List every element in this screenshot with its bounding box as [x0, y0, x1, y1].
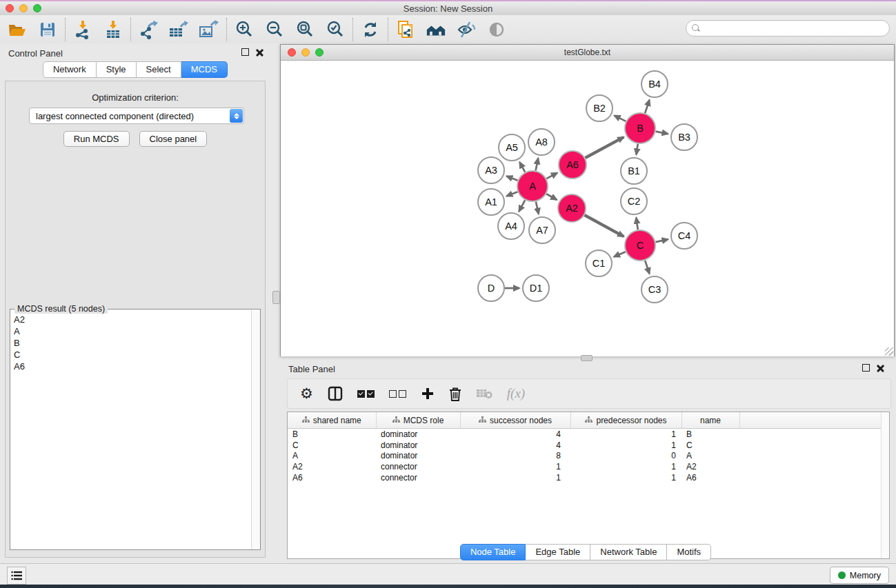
node-A4[interactable]: A4	[498, 213, 524, 239]
node-D1[interactable]: D1	[523, 275, 549, 301]
refresh-button[interactable]	[360, 19, 381, 40]
edge-B-B4[interactable]	[645, 100, 649, 113]
network-canvas[interactable]: B4B2BB3A8A5A6A3B1AA1C2A2A4A7C4CC1DD1C3	[281, 61, 894, 356]
edge-B-B1[interactable]	[636, 144, 637, 154]
import-network-button[interactable]	[72, 19, 93, 40]
edge-C-C2[interactable]	[636, 218, 637, 230]
mcds-result-item[interactable]: A6	[11, 361, 251, 372]
vertical-splitter-handle[interactable]	[272, 291, 280, 304]
delete-column-button[interactable]	[449, 383, 461, 404]
mcds-result-item[interactable]: A	[11, 325, 251, 337]
mcds-result-item[interactable]: A2	[11, 314, 251, 325]
run-mcds-button[interactable]: Run MCDS	[63, 131, 130, 147]
window-resize-grip[interactable]	[885, 347, 893, 356]
table-row[interactable]: Bdominator41B	[288, 429, 886, 440]
table-row[interactable]: Cdominator41C	[288, 440, 886, 451]
tab-edge-table[interactable]: Edge Table	[526, 544, 590, 560]
import-table-button[interactable]	[103, 19, 123, 40]
table-row[interactable]: Adominator80A	[288, 451, 886, 462]
edge-C-C3[interactable]	[645, 261, 649, 274]
tab-network[interactable]: Network	[43, 61, 97, 78]
zoom-fit-button[interactable]	[295, 19, 315, 40]
edge-A-A5[interactable]	[519, 162, 525, 172]
tab-motifs[interactable]: Motifs	[667, 544, 711, 560]
edge-B-B2[interactable]	[615, 116, 626, 121]
tab-select[interactable]: Select	[137, 61, 181, 78]
node-C1[interactable]: C1	[586, 250, 612, 276]
edge-A-A6[interactable]	[546, 173, 557, 179]
task-history-button[interactable]	[7, 567, 26, 585]
table-row[interactable]: A2connector11A2	[288, 461, 886, 472]
tab-node-table[interactable]: Node Table	[460, 544, 526, 560]
mcds-result-item[interactable]: B	[11, 337, 251, 349]
node-A[interactable]: A	[517, 171, 548, 201]
node-A3[interactable]: A3	[478, 157, 504, 183]
node-C4[interactable]: C4	[671, 223, 697, 249]
close-panel-button[interactable]: Close panel	[139, 131, 208, 147]
float-panel-icon[interactable]	[241, 48, 249, 56]
node-A6[interactable]: A6	[559, 151, 586, 179]
edge-A-A7[interactable]	[536, 201, 539, 214]
node-B2[interactable]: B2	[586, 95, 613, 121]
close-table-panel-icon[interactable]	[877, 364, 884, 372]
tab-network-table[interactable]: Network Table	[590, 544, 667, 560]
edge-B-B3[interactable]	[656, 132, 668, 134]
tab-mcds[interactable]: MCDS	[181, 61, 228, 78]
function-builder-button[interactable]: f(x)	[507, 383, 525, 404]
delete-table-button[interactable]	[476, 383, 492, 404]
column-header-successor-nodes[interactable]: successor nodes	[460, 412, 570, 429]
export-image-button[interactable]	[199, 19, 219, 40]
node-A2[interactable]: A2	[558, 194, 586, 222]
close-panel-icon[interactable]	[256, 48, 263, 56]
edge-C-C1[interactable]	[614, 252, 626, 256]
edge-A6-B[interactable]	[585, 137, 624, 158]
node-A7[interactable]: A7	[529, 217, 555, 243]
copy-network-button[interactable]	[395, 19, 416, 40]
tab-style[interactable]: Style	[97, 61, 137, 78]
zoom-in-button[interactable]	[234, 19, 255, 40]
edge-A-A8[interactable]	[536, 159, 539, 171]
edge-A2-C[interactable]	[584, 215, 624, 236]
node-A8[interactable]: A8	[528, 129, 555, 155]
edge-A-A2[interactable]	[546, 194, 557, 200]
node-B[interactable]: B	[625, 113, 655, 143]
criterion-select[interactable]: largest connected component (directed)	[29, 108, 244, 124]
add-column-button[interactable]	[421, 383, 435, 404]
node-C[interactable]: C	[625, 230, 655, 261]
zoom-out-button[interactable]	[264, 19, 285, 40]
column-header-mcds-role[interactable]: MCDS role	[376, 412, 460, 429]
select-all-button[interactable]	[357, 383, 375, 404]
show-details-button[interactable]	[486, 19, 507, 40]
node-A5[interactable]: A5	[499, 134, 525, 161]
float-table-panel-icon[interactable]	[862, 364, 870, 372]
column-header-name[interactable]: name	[681, 412, 739, 429]
mcds-list-scrollbar[interactable]	[251, 310, 260, 549]
export-table-button[interactable]	[168, 19, 189, 40]
table-scrollbar[interactable]	[881, 412, 889, 558]
deselect-all-button[interactable]	[389, 383, 406, 404]
edge-A-A1[interactable]	[506, 192, 517, 196]
hide-details-button[interactable]	[456, 19, 477, 40]
export-network-button[interactable]	[138, 19, 159, 40]
show-columns-button[interactable]	[328, 383, 343, 404]
column-header-shared-name[interactable]: shared name	[288, 412, 376, 429]
edge-C-C4[interactable]	[655, 239, 668, 242]
save-session-button[interactable]	[37, 19, 58, 40]
node-B4[interactable]: B4	[641, 71, 668, 97]
table-mode-button[interactable]: ⚙	[300, 383, 313, 404]
search-field[interactable]	[686, 20, 890, 37]
zoom-selected-button[interactable]	[325, 19, 346, 40]
node-D[interactable]: D	[478, 275, 504, 301]
node-B1[interactable]: B1	[621, 158, 647, 184]
node-C2[interactable]: C2	[621, 188, 647, 214]
column-header-predecessor-nodes[interactable]: predecessor nodes	[570, 412, 681, 429]
node-A1[interactable]: A1	[478, 189, 504, 215]
table-row[interactable]: A6connector11A6	[288, 472, 886, 483]
memory-button[interactable]: Memory	[830, 567, 889, 584]
search-input[interactable]	[704, 23, 889, 34]
home-button[interactable]	[426, 19, 446, 40]
mcds-result-item[interactable]: C	[11, 349, 251, 361]
edge-A-A3[interactable]	[506, 176, 517, 181]
open-session-button[interactable]	[7, 19, 28, 40]
edge-A-A4[interactable]	[519, 200, 525, 212]
